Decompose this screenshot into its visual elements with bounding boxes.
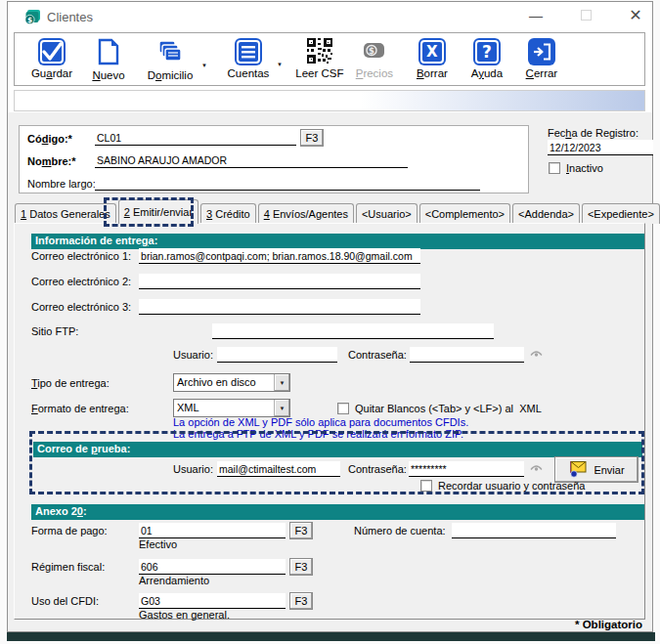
borrar-button[interactable]: X Borrar: [410, 38, 455, 79]
codigo-f3-button[interactable]: F3: [300, 129, 324, 147]
exit-door-icon: [528, 38, 555, 65]
tab-credito[interactable]: 3 Crédito: [200, 203, 256, 224]
fecha-registro-input[interactable]: [548, 140, 653, 155]
window-bottom-edge: [7, 632, 655, 641]
quitar-blancos-label: Quitar Blancos (<Tab> y <LF>) al XML: [355, 403, 542, 414]
cuentas-dropdown-icon[interactable]: ▼: [277, 62, 283, 67]
correo3-input[interactable]: [139, 299, 420, 315]
correo2-row: Correo electrónico 2:: [31, 274, 420, 289]
formato-entrega-select[interactable]: XML ▼: [173, 399, 290, 417]
send-mail-icon: [568, 460, 588, 480]
correo1-label: Correo electrónico 1:: [31, 250, 131, 262]
ftp-usuario-input[interactable]: [217, 347, 337, 363]
leer-csf-button[interactable]: Leer CSF: [292, 38, 347, 79]
forma-pago-label: Forma de pago:: [31, 525, 139, 537]
entrega-section-header: Información de entrega:: [31, 234, 644, 249]
forma-pago-row: Forma de pago: F3 Número de cuenta:: [31, 522, 616, 539]
inactivo-label: Inactivo: [566, 162, 603, 174]
price-tag-icon: $: [361, 38, 388, 65]
correo3-row: Correo electrónico 3:: [31, 299, 420, 315]
close-button[interactable]: ✕: [621, 2, 650, 29]
tab-datos-generales[interactable]: 1 Datos Generales: [15, 203, 116, 224]
uso-cfdi-input[interactable]: [139, 593, 286, 609]
inactivo-checkbox-row: Inactivo: [549, 162, 603, 174]
forma-pago-input[interactable]: [139, 523, 286, 538]
toolbar: Guardar Nuevo: [14, 32, 645, 86]
tab-complemento[interactable]: <Complemento>: [419, 203, 510, 224]
ftp-contrasena-label: Contraseña:: [348, 349, 407, 361]
formato-entrega-dropdown-icon[interactable]: ▼: [274, 400, 289, 416]
prueba-usuario-input[interactable]: [217, 461, 340, 477]
forma-pago-f3-button[interactable]: F3: [289, 522, 313, 539]
ftp-password-reveal-icon[interactable]: [530, 349, 543, 361]
domicilio-dropdown-icon[interactable]: ▼: [201, 63, 207, 68]
minimize-button[interactable]: —: [521, 2, 550, 29]
regimen-fiscal-desc: Arrendamiento: [139, 575, 209, 586]
prueba-contrasena-input[interactable]: [409, 461, 524, 477]
codigo-input[interactable]: [95, 130, 296, 146]
prueba-contrasena-label: Contraseña:: [348, 463, 407, 475]
domicilio-button[interactable]: Domicilio: [142, 38, 198, 81]
uso-cfdi-f3-button[interactable]: F3: [289, 592, 313, 610]
new-document-icon: [97, 38, 120, 67]
ftp-contrasena-input[interactable]: [410, 347, 524, 363]
tab-addenda[interactable]: <Addenda>: [512, 203, 580, 224]
numero-cuenta-input[interactable]: [452, 523, 616, 538]
uso-cfdi-desc: Gastos en general.: [139, 609, 230, 621]
uso-cfdi-row: Uso del CFDI: F3: [31, 592, 313, 610]
correo-prueba-section-header: Correo de prueba:: [33, 442, 642, 457]
quitar-blancos-checkbox[interactable]: [337, 403, 349, 414]
ayuda-button[interactable]: ? Ayuda: [464, 38, 509, 79]
save-check-icon: [38, 38, 66, 65]
prueba-usuario-label: Usuario:: [173, 463, 213, 475]
correo2-input[interactable]: [139, 274, 420, 289]
cerrar-button[interactable]: Cerrar: [519, 38, 564, 79]
nombre-largo-input[interactable]: [95, 175, 480, 191]
inactivo-checkbox[interactable]: [549, 162, 560, 174]
clientes-window: $ Clientes — ✕ Guardar Nuevo: [7, 1, 653, 632]
tipo-entrega-row: Tipo de entrega: Archivo en disco ▼: [31, 373, 290, 392]
fecha-registro-label: Fecha de Registro:: [548, 127, 638, 139]
recordar-label: Recordar usuario y contraseña: [438, 480, 585, 492]
correo3-label: Correo electrónico 3:: [31, 301, 131, 313]
ftp-usuario-label: Usuario:: [173, 349, 213, 361]
anexo20-section-header: Anexo 20:: [31, 504, 644, 520]
tipo-entrega-dropdown-icon[interactable]: ▼: [274, 374, 289, 391]
correo1-input[interactable]: [139, 248, 420, 264]
recordar-row: Recordar usuario y contraseña: [420, 480, 585, 492]
qr-code-icon: [307, 38, 332, 65]
sitio-ftp-input[interactable]: [212, 323, 494, 339]
nuevo-button[interactable]: Nuevo: [83, 38, 134, 81]
nombre-input[interactable]: [95, 152, 408, 168]
svg-text:$: $: [27, 16, 32, 24]
guardar-button[interactable]: Guardar: [26, 38, 77, 79]
regimen-fiscal-label: Régimen fiscal:: [31, 561, 139, 573]
cuentas-button[interactable]: Cuentas: [223, 38, 274, 79]
tab-usuario[interactable]: <Usuario>: [356, 203, 418, 224]
nota-ftp-zip: La entrega a FTP de XML y PDF se realiza…: [173, 428, 463, 440]
recordar-checkbox[interactable]: [420, 480, 432, 492]
tipo-entrega-select[interactable]: Archivo en disco ▼: [173, 373, 290, 392]
tab-emitir-enviar[interactable]: 2 Emitir/enviar: [118, 199, 198, 224]
correo2-label: Correo electrónico 2:: [31, 276, 131, 287]
ftp-credentials-row: Usuario: Contraseña:: [173, 347, 543, 363]
sitio-ftp-row: Sitio FTP:: [31, 323, 494, 339]
tab-strip: 1 Datos Generales 2 Emitir/enviar 3 Créd…: [15, 201, 660, 224]
svg-text:$: $: [369, 46, 374, 56]
regimen-fiscal-row: Régimen fiscal: F3: [31, 558, 313, 576]
prueba-password-reveal-icon[interactable]: [530, 463, 543, 475]
codigo-label: Código:*: [27, 133, 72, 145]
forma-pago-desc: Efectivo: [139, 538, 177, 550]
tab-expediente[interactable]: <Expediente>: [582, 203, 660, 224]
regimen-fiscal-input[interactable]: [139, 559, 286, 575]
tab-envios-agentes[interactable]: 4 Envíos/Agentes: [258, 203, 354, 224]
address-book-icon: [156, 38, 184, 67]
correo-prueba-row: Usuario: Contraseña:: [173, 461, 543, 477]
maximize-button: [571, 2, 600, 29]
enviar-button[interactable]: Enviar: [554, 456, 638, 483]
caption-gradient-bar: [14, 90, 645, 111]
delete-x-icon: X: [418, 38, 446, 65]
title-bar: $ Clientes — ✕: [8, 2, 652, 31]
regimen-fiscal-f3-button[interactable]: F3: [289, 558, 313, 576]
numero-cuenta-label: Número de cuenta:: [354, 525, 446, 537]
